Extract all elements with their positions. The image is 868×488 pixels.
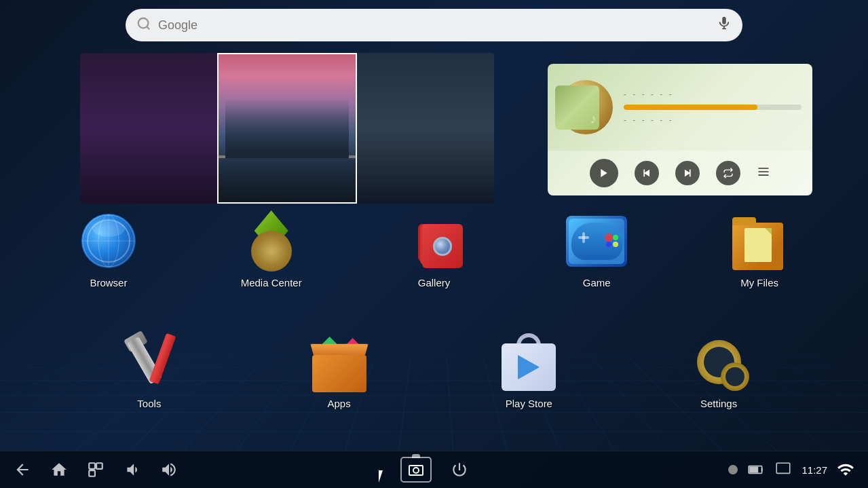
svg-marker-8 — [685, 170, 690, 177]
app-apps[interactable]: Apps — [299, 331, 380, 409]
my-files-icon — [729, 210, 790, 271]
settings-icon-graphic — [688, 333, 749, 391]
gear-small — [721, 362, 749, 391]
browser-icon — [78, 210, 139, 271]
home-button[interactable] — [50, 461, 68, 478]
browser-label: Browser — [90, 277, 127, 288]
media-icon-graphic — [241, 210, 302, 271]
svg-point-20 — [613, 242, 618, 247]
browser-icon-graphic — [81, 214, 136, 268]
fast-forward-button[interactable] — [675, 161, 700, 185]
app-game[interactable]: Game — [556, 210, 637, 288]
app-gallery[interactable]: Gallery — [393, 210, 474, 288]
album-art — [559, 80, 613, 134]
svg-rect-22 — [582, 232, 585, 243]
svg-marker-5 — [601, 169, 607, 177]
svg-rect-30 — [777, 463, 791, 473]
sunset-image — [219, 54, 356, 202]
gallery-main — [422, 224, 463, 268]
status-indicator — [728, 465, 738, 474]
svg-rect-9 — [690, 170, 691, 177]
app-my-files[interactable]: My Files — [719, 210, 800, 288]
gallery-thumb-left — [80, 53, 217, 204]
tools-icon-wrapper — [119, 331, 180, 392]
app-settings[interactable]: Settings — [678, 331, 759, 409]
svg-rect-23 — [89, 463, 95, 469]
media-disc — [251, 231, 292, 271]
svg-marker-6 — [644, 170, 649, 177]
progress-bar — [624, 105, 801, 110]
taskbar: 11:27 — [0, 451, 868, 488]
taskbar-center — [400, 457, 468, 483]
gallery-icon-graphic — [405, 214, 463, 268]
app-media-center[interactable]: Media Center — [231, 210, 312, 288]
music-top: - - - - - - - - - - - - — [548, 64, 812, 151]
recent-apps-button[interactable] — [87, 461, 105, 478]
play-triangle — [518, 355, 540, 379]
progress-fill — [624, 105, 757, 110]
gallery-label: Gallery — [418, 277, 451, 288]
svg-point-18 — [613, 235, 618, 240]
my-files-label: My Files — [740, 277, 778, 288]
settings-icon-wrapper — [688, 331, 749, 392]
gallery-thumb-center — [217, 53, 357, 204]
microphone-icon[interactable] — [717, 16, 732, 35]
search-input[interactable] — [158, 18, 710, 33]
files-note — [744, 228, 772, 262]
wifi-icon — [837, 461, 854, 478]
volume-down-button[interactable] — [124, 461, 141, 478]
app-grid-row1: Browser Media Center Gallery — [0, 210, 868, 288]
tools-icon-graphic — [119, 333, 180, 391]
tools-label: Tools — [137, 398, 161, 409]
playlist-button[interactable] — [757, 165, 770, 182]
taskbar-left — [14, 461, 400, 478]
game-icon-wrapper — [566, 210, 627, 271]
repeat-button[interactable] — [716, 161, 740, 185]
svg-rect-25 — [89, 470, 95, 476]
volume-up-button[interactable] — [160, 461, 178, 478]
screenshot-button[interactable] — [400, 457, 432, 483]
svg-line-1 — [147, 26, 149, 29]
controller-shape — [571, 223, 622, 260]
gallery-thumb-right — [357, 53, 494, 204]
play-store-icon-graphic — [502, 333, 556, 391]
search-bar[interactable] — [126, 9, 742, 41]
files-icon-graphic — [732, 212, 787, 270]
apps-label: Apps — [328, 398, 351, 409]
search-icon — [136, 16, 151, 35]
svg-point-27 — [413, 468, 419, 473]
back-button[interactable] — [14, 461, 31, 478]
play-store-label: Play Store — [506, 398, 552, 409]
app-grid-row2: Tools Apps — [0, 331, 868, 409]
music-info: - - - - - - - - - - - - — [624, 90, 801, 125]
game-icon-graphic — [566, 216, 627, 267]
svg-rect-24 — [96, 463, 102, 469]
game-label: Game — [583, 277, 611, 288]
taskbar-right: 11:27 — [468, 461, 855, 478]
app-browser[interactable]: Browser — [68, 210, 149, 288]
screwdriver — [149, 333, 176, 384]
svg-point-17 — [605, 233, 613, 242]
media-center-label: Media Center — [241, 277, 302, 288]
music-subtitle: - - - - - - — [624, 115, 801, 125]
gallery-icon-wrapper — [403, 210, 464, 271]
svg-point-19 — [606, 242, 611, 247]
play-store-icon-wrapper — [498, 331, 559, 392]
gallery-widget[interactable] — [80, 53, 494, 204]
rewind-button[interactable] — [635, 161, 659, 185]
media-center-icon — [241, 210, 302, 271]
play-button[interactable] — [590, 159, 618, 187]
notification-icon — [774, 461, 792, 478]
apps-icon-wrapper — [309, 331, 370, 392]
music-widget[interactable]: - - - - - - - - - - - - — [548, 64, 812, 195]
battery-icon — [747, 461, 765, 478]
power-button[interactable] — [451, 461, 468, 478]
svg-rect-2 — [722, 17, 726, 24]
apps-icon-graphic — [309, 331, 370, 392]
app-tools[interactable]: Tools — [109, 331, 190, 409]
svg-point-0 — [138, 18, 149, 28]
album-cover — [555, 86, 599, 130]
app-play-store[interactable]: Play Store — [488, 331, 569, 409]
music-controls — [548, 151, 812, 195]
clock: 11:27 — [801, 464, 827, 476]
